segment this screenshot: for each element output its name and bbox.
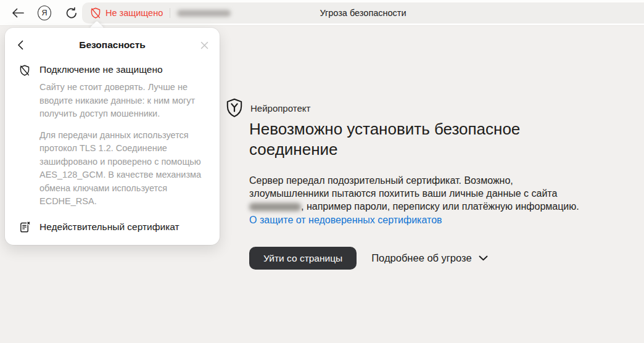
connection-details-text: Для передачи данных используется протоко… — [39, 129, 211, 209]
error-heading: Невозможно установить безопасное соедине… — [249, 119, 582, 160]
insecure-shield-icon — [89, 7, 102, 19]
popup-header: Безопасность — [5, 38, 220, 52]
address-bar[interactable]: Не защищено Угроза безопасности — [82, 2, 644, 23]
popup-close-button[interactable] — [200, 40, 210, 50]
brand-row: Нейропротект — [226, 98, 310, 118]
nav-buttons: Я — [11, 0, 78, 26]
connection-status-body: Подключение не защищено Сайту не стоит д… — [39, 63, 211, 209]
address-divider — [170, 8, 170, 18]
popup-back-button[interactable] — [17, 40, 27, 50]
invalid-certificate-icon — [19, 220, 31, 234]
certificate-title: Недействительный сертификат — [39, 220, 180, 233]
connection-title: Подключение не защищено — [39, 63, 211, 76]
protect-shield-icon — [226, 98, 243, 118]
certificate-item[interactable]: Недействительный сертификат — [5, 220, 220, 234]
error-description-line1: Сервер передал подозрительный сертификат… — [249, 175, 513, 186]
popup-title: Безопасность — [5, 38, 220, 52]
threat-details-label: Подробнее об угрозе — [371, 252, 471, 264]
yandex-logo-letter: Я — [41, 9, 47, 17]
yandex-logo-icon: Я — [38, 6, 51, 20]
brand-label: Нейропротект — [250, 103, 310, 114]
close-icon — [200, 41, 209, 50]
blurred-site-name — [249, 203, 301, 211]
connection-status-item: Подключение не защищено Сайту не стоит д… — [5, 63, 220, 209]
back-button[interactable] — [11, 6, 25, 20]
security-badge-label: Не защищено — [105, 8, 163, 18]
connection-warning-text: Сайту не стоит доверять. Лучше не вводит… — [39, 81, 211, 121]
error-description-line3: , например пароли, переписку или платёжн… — [301, 201, 579, 212]
error-description: Сервер передал подозрительный сертификат… — [249, 174, 579, 226]
error-description-line2: злоумышленники пытаются похитить ваши ли… — [249, 188, 557, 199]
threat-details-button[interactable]: Подробнее об угрозе — [371, 252, 487, 264]
crossed-shield-icon — [19, 64, 31, 209]
security-popup: Безопасность Подключение не защищено Сай… — [5, 28, 220, 245]
refresh-icon — [65, 7, 78, 20]
tab-page-title: Угроза безопасности — [320, 8, 406, 18]
chevron-left-icon — [17, 40, 23, 50]
back-arrow-icon — [10, 6, 25, 20]
action-buttons: Уйти со страницы Подробнее об угрозе — [249, 247, 488, 270]
refresh-button[interactable] — [64, 6, 78, 20]
chevron-down-icon — [479, 255, 488, 261]
yandex-home-button[interactable]: Я — [38, 6, 51, 20]
leave-page-button[interactable]: Уйти со страницы — [249, 247, 357, 270]
security-badge[interactable]: Не защищено — [89, 7, 163, 19]
cert-protection-link[interactable]: О защите от недоверенных сертификатов — [249, 213, 442, 226]
blurred-url — [177, 10, 231, 17]
